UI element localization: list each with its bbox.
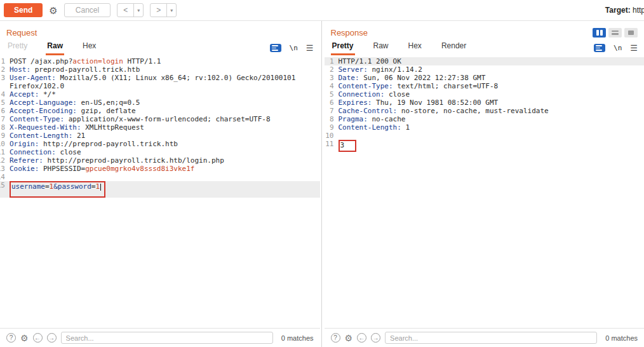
editor-line: 13Cookie: PHPSESSID=gpcue0mgrko4v8sssd8i… xyxy=(0,165,320,173)
editor-line: 8X-Requested-With: XMLHttpRequest xyxy=(0,123,320,132)
editor-line: 2Server: nginx/1.14.2 xyxy=(325,65,644,74)
send-button[interactable]: Send xyxy=(4,3,43,17)
editor-line: 4Accept: */* xyxy=(0,90,320,99)
layout-single-button[interactable] xyxy=(624,28,638,37)
editor-line: 113 xyxy=(325,140,644,152)
editor-line: 4Content-Type: text/html; charset=UTF-8 xyxy=(325,82,644,90)
response-panel: Response Pretty Raw Hex Render \n ☰ 1HTT… xyxy=(325,21,644,347)
response-search-input[interactable] xyxy=(385,332,597,344)
search-help-icon[interactable]: ? xyxy=(331,333,340,343)
response-tab-render[interactable]: Render xyxy=(440,37,467,55)
panel-splitter[interactable] xyxy=(320,21,325,347)
response-search-bar: ? ⚙ ← → 0 matches xyxy=(325,328,644,347)
search-settings-gear-icon[interactable]: ⚙ xyxy=(20,334,29,343)
repeater-main: Request Pretty Raw Hex \n ☰ 1POST /ajax.… xyxy=(0,21,644,347)
editor-line: 5Accept-Language: en-US,en;q=0.5 xyxy=(0,99,320,107)
layout-buttons xyxy=(593,28,638,37)
editor-line: 11Connection: close xyxy=(0,148,320,156)
editor-line: 6Expires: Thu, 19 Nov 1981 08:52:00 GMT xyxy=(325,99,644,107)
request-tab-icons: \n ☰ xyxy=(270,44,314,55)
text-caret xyxy=(100,184,101,191)
editor-line: 6Accept-Encoding: gzip, deflate xyxy=(0,107,320,115)
editor-menu-icon[interactable]: ☰ xyxy=(630,44,638,52)
history-forward-group: > ▾ xyxy=(150,3,177,17)
next-match-button[interactable]: → xyxy=(47,333,57,343)
editor-line: 9Content-Length: 21 xyxy=(0,132,320,140)
request-panel-title: Request xyxy=(6,28,37,37)
response-tab-hex[interactable]: Hex xyxy=(407,37,423,55)
prettify-icon[interactable] xyxy=(594,44,605,52)
response-match-count: 0 matches xyxy=(601,334,638,342)
editor-line: 1POST /ajax.php?action=login HTTP/1.1 xyxy=(0,57,320,65)
request-tab-raw[interactable]: Raw xyxy=(46,37,64,55)
prev-match-button[interactable]: ← xyxy=(357,333,366,343)
prev-match-button[interactable]: ← xyxy=(33,333,43,343)
layout-rows-button[interactable] xyxy=(608,28,622,37)
response-panel-header: Response xyxy=(325,21,644,37)
request-match-count: 0 matches xyxy=(278,334,314,342)
editor-line: 9Content-Length: 1 xyxy=(325,123,644,132)
layout-columns-button[interactable] xyxy=(593,28,606,37)
history-back-dropdown-icon[interactable]: ▾ xyxy=(133,4,143,17)
editor-line: 7Cache-Control: no-store, no-cache, must… xyxy=(325,107,644,115)
editor-line: 1HTTP/1.1 200 OK xyxy=(325,57,644,65)
cancel-button[interactable]: Cancel xyxy=(64,3,111,17)
show-newlines-icon[interactable]: \n xyxy=(290,44,298,52)
history-forward-dropdown-icon[interactable]: ▾ xyxy=(166,4,176,17)
target-indicator[interactable]: Target: http xyxy=(605,6,644,15)
target-value: http xyxy=(631,6,644,15)
request-tabs: Pretty Raw Hex \n ☰ xyxy=(0,37,320,55)
editor-line: 12Referer: http://preprod-payroll.trick.… xyxy=(0,156,320,165)
editor-line: 8Pragma: no-cache xyxy=(325,115,644,123)
history-back-button[interactable]: < xyxy=(117,4,133,17)
search-settings-gear-icon[interactable]: ⚙ xyxy=(345,334,353,343)
response-panel-title: Response xyxy=(331,28,368,37)
editor-line: 15username=1&password=1 xyxy=(0,181,320,198)
editor-menu-icon[interactable]: ☰ xyxy=(306,44,314,52)
request-tab-pretty[interactable]: Pretty xyxy=(6,37,29,55)
search-help-icon[interactable]: ? xyxy=(6,333,16,343)
editor-line: 10 xyxy=(325,132,644,140)
request-editor[interactable]: 1POST /ajax.php?action=login HTTP/1.12Ho… xyxy=(0,55,320,328)
editor-line: 14 xyxy=(0,173,320,181)
show-newlines-icon[interactable]: \n xyxy=(614,44,622,52)
request-search-input[interactable] xyxy=(61,332,273,344)
response-tabs: Pretty Raw Hex Render \n ☰ xyxy=(325,37,644,55)
response-tab-raw[interactable]: Raw xyxy=(372,37,390,55)
send-settings-gear-icon[interactable]: ⚙ xyxy=(49,6,57,15)
response-tab-icons: \n ☰ xyxy=(594,44,638,55)
request-panel-header: Request xyxy=(0,21,320,37)
repeater-toolbar: Send ⚙ Cancel < ▾ > ▾ Target: http xyxy=(0,0,644,21)
history-forward-button[interactable]: > xyxy=(151,4,166,17)
editor-line: 10Origin: http://preprod-payroll.trick.h… xyxy=(0,140,320,148)
selection-box: username=1&password=1 xyxy=(10,181,105,198)
request-panel: Request Pretty Raw Hex \n ☰ 1POST /ajax.… xyxy=(0,21,320,347)
history-back-group: < ▾ xyxy=(117,3,144,17)
editor-line: 7Content-Type: application/x-www-form-ur… xyxy=(0,115,320,123)
response-editor[interactable]: 1HTTP/1.1 200 OK2Server: nginx/1.14.23Da… xyxy=(325,55,644,328)
request-search-bar: ? ⚙ ← → 0 matches xyxy=(0,328,320,347)
target-label: Target: xyxy=(605,6,631,15)
editor-line: 5Connection: close xyxy=(325,90,644,99)
request-tab-hex[interactable]: Hex xyxy=(81,37,97,55)
prettify-icon[interactable] xyxy=(270,44,281,52)
editor-line: 3User-Agent: Mozilla/5.0 (X11; Linux x86… xyxy=(0,74,320,90)
editor-line: 2Host: preprod-payroll.trick.htb xyxy=(0,65,320,74)
selection-box: 3 xyxy=(339,140,356,152)
next-match-button[interactable]: → xyxy=(371,333,380,343)
response-tab-pretty[interactable]: Pretty xyxy=(331,37,355,55)
editor-line: 3Date: Sun, 06 Nov 2022 12:27:38 GMT xyxy=(325,74,644,82)
